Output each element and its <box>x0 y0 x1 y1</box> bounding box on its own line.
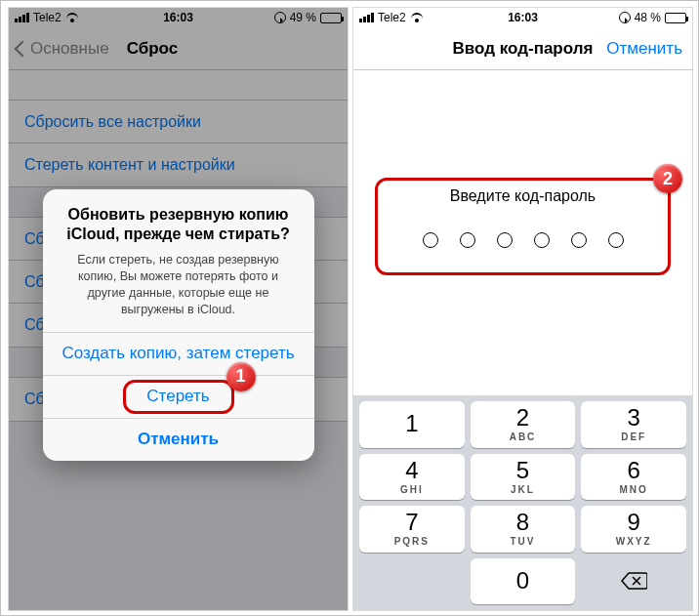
cancel-button[interactable]: Отменить <box>606 39 682 59</box>
passcode-dot <box>608 232 624 248</box>
status-bar: Tele2 16:03 48 % <box>353 8 692 27</box>
sheet-message: Если стереть, не создав резервную копию,… <box>61 252 297 318</box>
backup-then-erase-button[interactable]: Создать копию, затем стереть <box>43 332 314 375</box>
key-backspace[interactable] <box>581 558 686 605</box>
erase-button-label: Стереть <box>146 387 209 406</box>
key-0[interactable]: 0 <box>471 558 576 605</box>
passcode-prompt: Введите код-пароль <box>450 187 596 205</box>
key-5[interactable]: 5JKL <box>471 454 576 501</box>
cancel-button[interactable]: Отменить <box>43 418 314 461</box>
annotation-badge-2: 2 <box>653 164 682 193</box>
passcode-dot <box>534 232 550 248</box>
sheet-title: Обновить резервную копию iCloud, прежде … <box>61 205 297 244</box>
nav-bar: Ввод код-пароля Отменить <box>353 27 692 70</box>
annotation-badge-1: 1 <box>226 362 256 391</box>
key-empty <box>359 558 465 605</box>
passcode-area: Введите код-пароль <box>353 70 692 395</box>
passcode-dot <box>460 232 475 248</box>
action-sheet: Обновить резервную копию iCloud, прежде … <box>43 189 314 461</box>
key-8[interactable]: 8TUV <box>471 506 576 553</box>
numeric-keypad: 1 2ABC 3DEF 4GHI 5JKL 6MNO 7PQRS 8TUV 9W… <box>353 395 692 610</box>
passcode-dot <box>423 232 438 248</box>
phone-reset-screen: Tele2 16:03 49 % Основные Сброс Сбросить… <box>8 7 349 611</box>
passcode-dots <box>423 232 624 248</box>
key-6[interactable]: 6MNO <box>581 454 686 501</box>
clock: 16:03 <box>353 11 692 24</box>
passcode-dot <box>571 232 587 248</box>
key-7[interactable]: 7PQRS <box>359 506 465 553</box>
key-4[interactable]: 4GHI <box>359 454 465 501</box>
erase-button[interactable]: Стереть 1 <box>43 375 314 418</box>
battery-icon <box>665 13 686 23</box>
key-2[interactable]: 2ABC <box>471 401 576 448</box>
phone-passcode-screen: Tele2 16:03 48 % Ввод код-пароля Отменит… <box>352 7 693 611</box>
key-1[interactable]: 1 <box>359 401 465 448</box>
passcode-dot <box>497 232 513 248</box>
key-3[interactable]: 3DEF <box>581 401 686 448</box>
key-9[interactable]: 9WXYZ <box>581 506 686 553</box>
orientation-lock-icon <box>619 12 631 23</box>
backspace-icon <box>620 571 647 591</box>
